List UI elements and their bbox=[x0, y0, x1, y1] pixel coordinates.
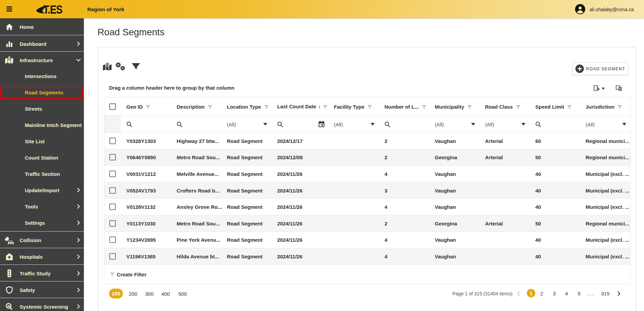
svg-text:T.ES: T.ES bbox=[43, 3, 62, 16]
